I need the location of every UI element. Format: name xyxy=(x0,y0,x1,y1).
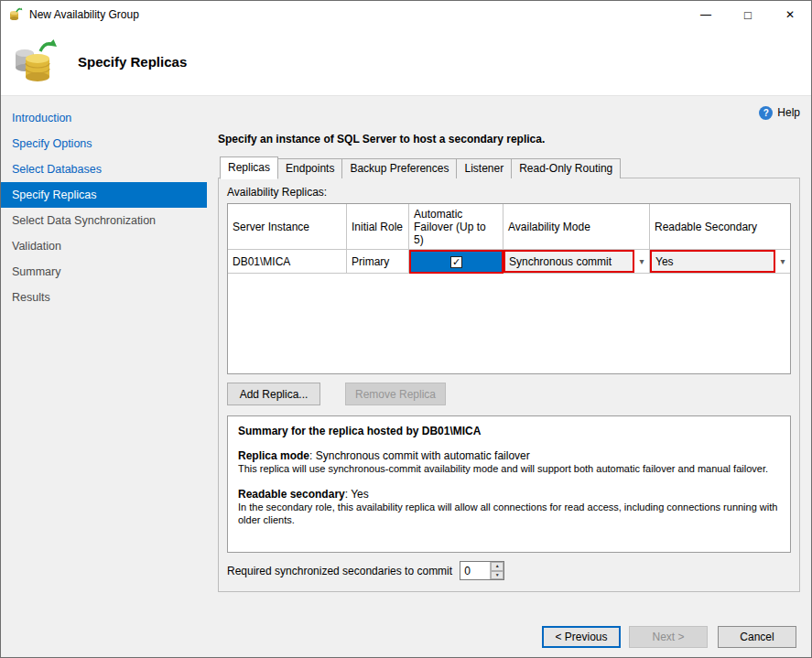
sidebar-item-introduction[interactable]: Introduction xyxy=(1,105,207,131)
replicas-tab-panel: Availability Replicas: Server Instance I… xyxy=(218,178,800,592)
replica-mode-label: Replica mode xyxy=(238,449,309,462)
minimize-button[interactable]: — xyxy=(685,1,727,28)
sidebar-item-specify-replicas[interactable]: Specify Replicas xyxy=(1,182,207,208)
sidebar-item-specify-options[interactable]: Specify Options xyxy=(1,131,207,156)
sidebar-item-summary: Summary xyxy=(1,259,207,285)
readable-secondary-value: : Yes xyxy=(345,488,369,501)
window-title: New Availability Group xyxy=(29,8,139,21)
add-replica-button[interactable]: Add Replica... xyxy=(227,383,320,405)
readable-secondary-cell: Yes ▾ xyxy=(650,250,790,274)
tab-read-only-routing[interactable]: Read-Only Routing xyxy=(511,158,621,178)
automatic-failover-checkbox[interactable]: ✓ xyxy=(450,256,462,268)
column-header-availability-mode: Availability Mode xyxy=(503,204,650,249)
tabstrip: Replicas Endpoints Backup Preferences Li… xyxy=(218,158,800,178)
required-secondaries-spinner: 0 ▲ ▼ xyxy=(460,561,504,580)
readable-secondary-label: Readable secondary xyxy=(238,488,345,501)
sidebar-item-results: Results xyxy=(1,285,207,310)
replica-buttons-row: Add Replica... Remove Replica xyxy=(227,383,791,405)
help-row: ? Help xyxy=(218,103,800,122)
readable-secondary-description: In the secondary role, this availability… xyxy=(238,502,780,527)
help-label: Help xyxy=(777,106,800,119)
sidebar-item-select-data-synchronization: Select Data Synchronization xyxy=(1,208,207,233)
availability-replicas-grid: Server Instance Initial Role Automatic F… xyxy=(227,203,791,374)
tab-replicas[interactable]: Replicas xyxy=(220,156,278,179)
column-header-initial-role: Initial Role xyxy=(347,204,409,249)
spin-up-button[interactable]: ▲ xyxy=(491,562,503,571)
instruction-text: Specify an instance of SQL Server to hos… xyxy=(218,133,800,146)
readable-secondary-line: Readable secondary: Yes xyxy=(238,488,780,501)
initial-role-cell: Primary xyxy=(347,250,409,274)
tab-listener[interactable]: Listener xyxy=(456,158,512,178)
wizard-steps-sidebar: Introduction Specify Options Select Data… xyxy=(1,96,207,617)
new-availability-group-window: New Availability Group — □ ✕ Specify Rep… xyxy=(0,0,812,658)
availability-group-icon xyxy=(12,38,60,86)
replica-row: DB01\MICA Primary ✓ Synchronous commit ▾ xyxy=(228,250,790,274)
availability-mode-dropdown[interactable]: Synchronous commit xyxy=(503,250,634,273)
column-header-automatic-failover: Automatic Failover (Up to 5) xyxy=(409,204,503,249)
server-instance-cell: DB01\MICA xyxy=(228,250,347,274)
remove-replica-button[interactable]: Remove Replica xyxy=(345,383,446,405)
spinner-buttons: ▲ ▼ xyxy=(490,562,503,579)
tab-endpoints[interactable]: Endpoints xyxy=(277,158,342,178)
column-header-readable-secondary: Readable Secondary xyxy=(650,204,790,249)
wizard-footer: < Previous Next > Cancel xyxy=(1,617,811,657)
close-button[interactable]: ✕ xyxy=(769,1,811,28)
required-secondaries-row: Required synchronized secondaries to com… xyxy=(227,561,791,580)
sidebar-item-select-databases[interactable]: Select Databases xyxy=(1,156,207,182)
required-secondaries-input[interactable]: 0 xyxy=(460,562,490,579)
check-icon: ✓ xyxy=(452,257,460,267)
availability-replicas-label: Availability Replicas: xyxy=(227,186,791,199)
automatic-failover-cell: ✓ xyxy=(409,250,503,274)
chevron-down-icon[interactable]: ▾ xyxy=(634,256,649,266)
titlebar: New Availability Group — □ ✕ xyxy=(1,1,811,28)
main-content: ? Help Specify an instance of SQL Server… xyxy=(207,96,811,617)
previous-button[interactable]: < Previous xyxy=(542,626,621,648)
tab-backup-preferences[interactable]: Backup Preferences xyxy=(341,158,457,178)
column-header-server-instance: Server Instance xyxy=(228,204,347,249)
next-button[interactable]: Next > xyxy=(629,626,708,648)
availability-mode-cell: Synchronous commit ▾ xyxy=(503,250,650,274)
replica-mode-line: Replica mode: Synchronous commit with au… xyxy=(238,449,780,462)
replica-summary-box: Summary for the replica hosted by DB01\M… xyxy=(227,415,791,553)
grid-header-row: Server Instance Initial Role Automatic F… xyxy=(228,204,790,250)
cancel-button[interactable]: Cancel xyxy=(718,626,796,648)
chevron-down-icon[interactable]: ▾ xyxy=(775,256,790,266)
maximize-button[interactable]: □ xyxy=(727,1,769,28)
replica-mode-description: This replica will use synchronous-commit… xyxy=(238,463,780,476)
readable-secondary-dropdown[interactable]: Yes xyxy=(650,250,775,273)
spin-down-button[interactable]: ▼ xyxy=(491,571,503,580)
wizard-header: Specify Replicas xyxy=(1,28,811,96)
window-controls: — □ ✕ xyxy=(685,1,811,28)
wizard-body: Introduction Specify Options Select Data… xyxy=(1,96,811,617)
replica-mode-value: : Synchronous commit with automatic fail… xyxy=(309,449,530,462)
sidebar-item-validation: Validation xyxy=(1,233,207,259)
summary-title: Summary for the replica hosted by DB01\M… xyxy=(238,425,780,437)
required-secondaries-label: Required synchronized secondaries to com… xyxy=(227,565,452,577)
help-link[interactable]: ? Help xyxy=(759,106,800,120)
help-icon: ? xyxy=(759,106,773,120)
page-title: Specify Replicas xyxy=(78,54,187,70)
app-icon xyxy=(8,7,23,22)
